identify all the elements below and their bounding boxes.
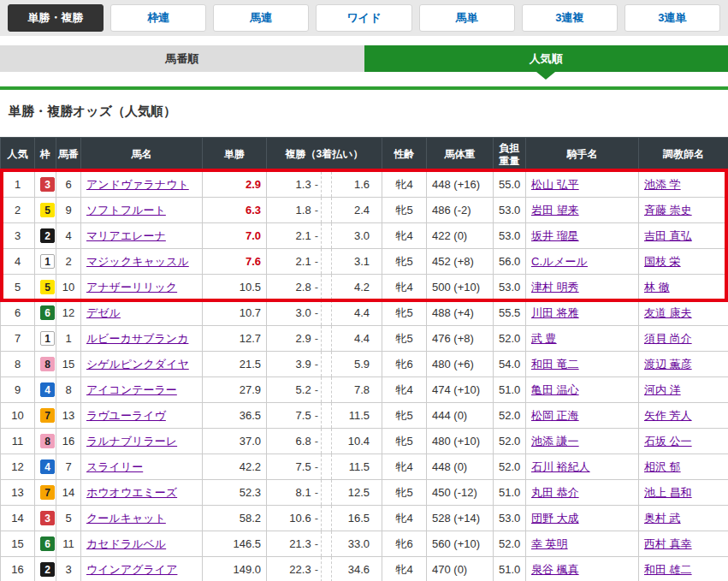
jockey-link[interactable]: 団野 大成 [531, 512, 579, 525]
trainer-link[interactable]: 友道 康夫 [644, 306, 692, 319]
bet-tab-sanrentan[interactable]: 3連単 [624, 4, 720, 32]
trainer-link[interactable]: 渡辺 薫彦 [644, 358, 692, 371]
place-odds-range: 22.3-34.6 [272, 557, 376, 581]
frame-cell: 4 [35, 454, 56, 480]
horse-weight-cell: 488 (+4) [427, 300, 494, 326]
sex-age-cell: 牝5 [382, 429, 427, 454]
frame-cell: 7 [35, 480, 56, 506]
trainer-link[interactable]: 池添 学 [644, 178, 681, 191]
rank-cell: 12 [1, 454, 35, 480]
odds-table: 人気枠馬番馬名単勝複勝（3着払い）性齢馬体重負担重量騎手名調教師名 136アンド… [0, 137, 728, 581]
horse-name-link[interactable]: マジックキャッスル [86, 255, 189, 268]
horse-name-link[interactable]: ラヴユーライヴ [86, 409, 166, 422]
jockey-link[interactable]: 武 豊 [531, 332, 557, 345]
trainer-link[interactable]: 相沢 郁 [644, 460, 681, 473]
table-row: 8815シゲルピンクダイヤ21.53.9-5.9牝6480 (+6)54.0和田… [1, 352, 728, 377]
place-odds-cell: 3.9-5.9 [267, 352, 382, 377]
jockey-cell: 石川 裕紀人 [526, 454, 639, 480]
dashed-divider [321, 172, 332, 197]
trainer-cell: 石坂 公一 [639, 429, 728, 454]
jockey-link[interactable]: 川田 将雅 [531, 306, 579, 319]
trainer-link[interactable]: 斉藤 崇史 [644, 204, 692, 216]
jockey-link[interactable]: 松山 弘平 [531, 178, 579, 191]
horse-name-cell: マリアエレーナ [81, 223, 203, 249]
dashed-divider [321, 300, 332, 325]
horse-name-link[interactable]: アンドヴァラナウト [86, 178, 189, 191]
jockey-cell: 池添 謙一 [526, 429, 639, 454]
trainer-link[interactable]: 林 徹 [644, 281, 670, 293]
bet-tab-umatan[interactable]: 馬単 [419, 4, 515, 32]
jockey-link[interactable]: 津村 明秀 [531, 281, 579, 293]
place-high: 5.9 [332, 358, 376, 371]
horse-name-link[interactable]: アナザーリリック [86, 281, 177, 293]
horse-name-link[interactable]: ソフトフルート [86, 204, 166, 216]
trainer-link[interactable]: 石坂 公一 [644, 435, 692, 448]
horse-name-link[interactable]: マリアエレーナ [86, 229, 166, 242]
trainer-link[interactable]: 池上 昌和 [644, 486, 692, 499]
jockey-link[interactable]: 岩田 望来 [531, 204, 579, 216]
horse-name-link[interactable]: ラルナブリラーレ [86, 435, 177, 448]
place-odds-range: 3.9-5.9 [272, 352, 376, 376]
order-tab-ninki-jun[interactable]: 人気順 [364, 45, 728, 72]
bet-tab-wakuren[interactable]: 枠連 [110, 4, 206, 32]
horse-name-link[interactable]: カセドラルベル [86, 537, 166, 550]
place-low: 7.5 [272, 409, 311, 422]
place-low: 2.1 [272, 229, 311, 242]
trainer-cell: 吉田 直弘 [639, 223, 728, 249]
jockey-link[interactable]: 松岡 正海 [531, 409, 579, 422]
jockey-cell: C.ルメール [526, 249, 639, 275]
bet-tab-sanrenpuku[interactable]: 3連複 [522, 4, 618, 32]
rank-cell: 11 [1, 429, 35, 454]
horse-number-cell: 5 [56, 506, 81, 531]
jockey-link[interactable]: 亀田 温心 [531, 383, 579, 396]
horse-name-link[interactable]: ルビーカサブランカ [86, 332, 188, 345]
trainer-link[interactable]: 西村 真幸 [644, 537, 692, 550]
place-low: 1.8 [272, 204, 311, 216]
horse-name-link[interactable]: スライリー [86, 460, 143, 473]
jockey-cell: 幸 英明 [526, 531, 639, 557]
frame-cell: 3 [35, 172, 56, 198]
col-header-horse-no: 馬番 [56, 138, 81, 172]
horse-name-cell: デゼル [81, 300, 203, 326]
dashed-divider [321, 249, 332, 274]
frame-badge: 1 [40, 254, 55, 269]
col-header-rank: 人気 [1, 138, 35, 172]
jockey-link[interactable]: 泉谷 楓真 [531, 563, 579, 576]
trainer-link[interactable]: 国枝 栄 [644, 255, 681, 268]
trainer-cell: 池上 昌和 [639, 480, 728, 506]
jockey-link[interactable]: 丸田 恭介 [531, 486, 579, 499]
sex-age-cell: 牝5 [382, 300, 427, 326]
jockey-link[interactable]: 坂井 瑠星 [531, 229, 579, 242]
horse-name-link[interactable]: ホウオウエミーズ [86, 486, 177, 499]
horse-name-link[interactable]: クールキャット [86, 512, 166, 525]
trainer-link[interactable]: 和田 雄二 [644, 563, 692, 576]
jockey-link[interactable]: 幸 英明 [531, 537, 568, 550]
horse-name-link[interactable]: アイコンテーラー [86, 383, 177, 396]
trainer-link[interactable]: 吉田 直弘 [644, 229, 692, 242]
trainer-cell: 池添 学 [639, 172, 728, 198]
trainer-link[interactable]: 河内 洋 [644, 383, 681, 396]
jockey-link[interactable]: 池添 謙一 [531, 435, 579, 448]
jockey-cell: 川田 将雅 [526, 300, 639, 326]
trainer-link[interactable]: 奥村 武 [644, 512, 681, 525]
win-odds-cell: 146.5 [203, 531, 267, 557]
sex-age-cell: 牝6 [382, 531, 427, 557]
trainer-link[interactable]: 矢作 芳人 [644, 409, 692, 422]
horse-name-link[interactable]: デゼル [86, 306, 121, 319]
place-low: 22.3 [272, 563, 311, 576]
jockey-link[interactable]: 石川 裕紀人 [531, 460, 590, 473]
bet-tab-wide[interactable]: ワイド [316, 4, 411, 32]
horse-name-link[interactable]: ウインアグライア [86, 563, 177, 576]
trainer-link[interactable]: 須貝 尚介 [644, 332, 692, 345]
win-odds-cell: 42.2 [203, 454, 267, 480]
col-header-weight: 馬体重 [427, 138, 494, 172]
bet-tab-umaren[interactable]: 馬連 [213, 4, 309, 32]
win-odds-cell: 10.5 [203, 275, 267, 300]
place-odds-cell: 7.5-11.5 [267, 454, 382, 480]
dashed-divider [321, 198, 332, 222]
bet-tab-tansho-fukusho[interactable]: 単勝・複勝 [8, 4, 104, 32]
order-tab-umaban-jun[interactable]: 馬番順 [0, 45, 364, 72]
horse-name-link[interactable]: シゲルピンクダイヤ [86, 358, 189, 371]
jockey-link[interactable]: C.ルメール [531, 255, 588, 268]
jockey-link[interactable]: 和田 竜二 [531, 358, 579, 371]
